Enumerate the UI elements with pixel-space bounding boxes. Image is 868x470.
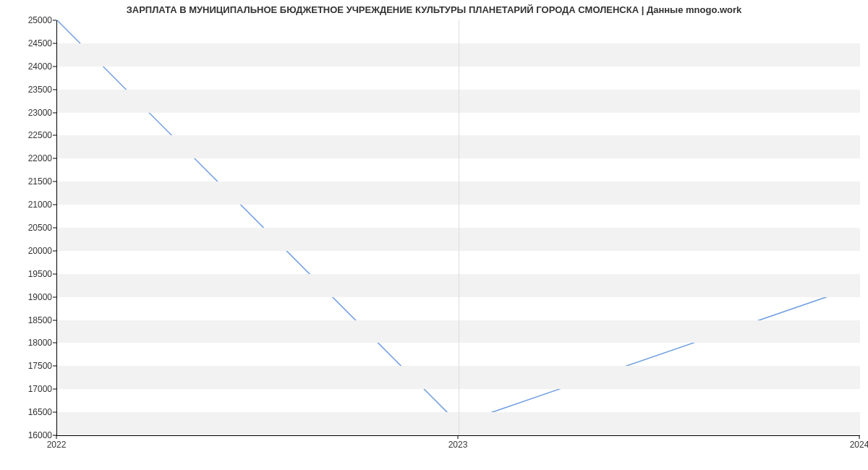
y-tick-label: 19000 xyxy=(9,292,52,302)
y-tick-label: 21500 xyxy=(9,176,52,187)
y-tick-mark xyxy=(53,228,56,228)
y-tick-mark xyxy=(53,389,56,390)
y-tick-label: 24000 xyxy=(9,61,52,72)
y-tick-mark xyxy=(53,250,56,251)
y-tick-label: 18500 xyxy=(9,315,52,325)
y-tick-label: 20000 xyxy=(9,246,52,256)
y-tick-mark xyxy=(53,66,56,67)
y-tick-label: 19500 xyxy=(9,269,52,279)
plot-area xyxy=(56,20,860,436)
y-tick-label: 17500 xyxy=(9,361,52,371)
y-tick-mark xyxy=(53,343,56,343)
y-tick-mark xyxy=(53,158,56,159)
y-tick-mark xyxy=(53,435,56,436)
y-tick-label: 24500 xyxy=(9,38,52,48)
x-tick-label: 2023 xyxy=(448,440,468,450)
x-tick-label: 2024 xyxy=(850,440,868,450)
y-tick-label: 23500 xyxy=(9,85,52,95)
y-tick-mark xyxy=(53,20,56,21)
y-tick-mark xyxy=(53,112,56,113)
y-tick-mark xyxy=(53,412,56,413)
y-tick-mark xyxy=(53,273,56,274)
y-tick-mark xyxy=(53,43,56,43)
y-tick-mark xyxy=(53,181,56,182)
y-tick-mark xyxy=(53,205,56,205)
y-tick-label: 16500 xyxy=(9,407,52,417)
y-tick-mark xyxy=(53,135,56,136)
x-tick-label: 2022 xyxy=(47,440,67,450)
y-tick-mark xyxy=(53,89,56,90)
y-tick-label: 17000 xyxy=(9,384,52,394)
y-tick-label: 22500 xyxy=(9,130,52,140)
x-tick-mark xyxy=(56,435,57,439)
chart-container: ЗАРПЛАТА В МУНИЦИПАЛЬНОЕ БЮДЖЕТНОЕ УЧРЕЖ… xyxy=(0,0,868,470)
y-tick-label: 23000 xyxy=(9,108,52,118)
x-tick-mark xyxy=(859,435,860,439)
y-tick-label: 25000 xyxy=(9,15,52,25)
y-tick-label: 16000 xyxy=(9,430,52,440)
y-tick-mark xyxy=(53,366,56,367)
x-tick-mark xyxy=(458,435,459,439)
y-tick-mark xyxy=(53,296,56,297)
grid-vline xyxy=(459,20,459,435)
y-tick-mark xyxy=(53,320,56,320)
y-tick-label: 21000 xyxy=(9,200,52,210)
y-tick-label: 18000 xyxy=(9,338,52,348)
y-tick-label: 20500 xyxy=(9,223,52,233)
chart-title: ЗАРПЛАТА В МУНИЦИПАЛЬНОЕ БЮДЖЕТНОЕ УЧРЕЖ… xyxy=(0,4,868,15)
y-tick-label: 22000 xyxy=(9,153,52,163)
